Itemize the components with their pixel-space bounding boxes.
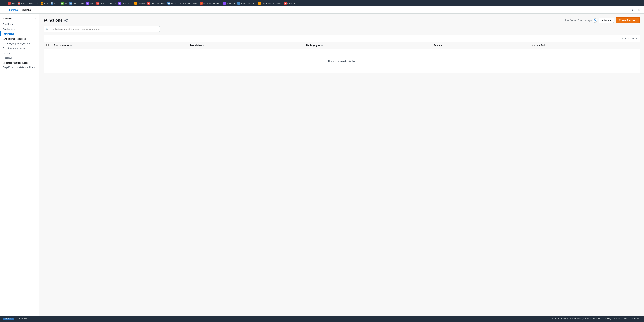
cloudwatch-icon: CW bbox=[284, 2, 287, 5]
page-header: Functions (0) Last fetched 0 seconds ago… bbox=[44, 17, 640, 23]
sidebar-item-functions[interactable]: Functions bbox=[0, 31, 39, 36]
nav-certmgr[interactable]: 🔒 Certificate Manager bbox=[199, 1, 222, 5]
cloudshell-button[interactable]: CloudShell bbox=[3, 318, 14, 320]
nav-ec2[interactable]: ⬡ EC2 bbox=[40, 1, 49, 5]
next-page-button[interactable]: › bbox=[627, 37, 630, 40]
bedrock-icon: B bbox=[237, 2, 240, 5]
main-layout: Lambda ‹ Dashboard Applications Function… bbox=[0, 13, 644, 316]
orgs-icon: 🏢 bbox=[18, 2, 20, 5]
cookie-link[interactable]: Cookie preferences bbox=[622, 318, 641, 320]
nav-bedrock[interactable]: B Amazon Bedrock bbox=[236, 1, 257, 5]
footer-left: CloudShell Feedback bbox=[3, 318, 27, 320]
col-package-type-divider bbox=[302, 42, 304, 49]
refresh-button[interactable]: ↻ bbox=[593, 18, 597, 22]
search-icon: 🔍 bbox=[46, 28, 48, 30]
create-function-button[interactable]: Create function bbox=[616, 17, 640, 23]
feedback-link[interactable]: Feedback bbox=[17, 318, 27, 320]
sidebar-item-code-signing[interactable]: Code signing configurations bbox=[0, 41, 39, 46]
sidebar-item-dashboard[interactable]: Dashboard bbox=[0, 22, 39, 27]
settings-button[interactable]: ⚙ bbox=[636, 7, 641, 12]
select-all-col bbox=[44, 42, 51, 49]
codedeploy-icon: CD bbox=[69, 2, 72, 5]
content-area: Functions (0) Last fetched 0 seconds ago… bbox=[39, 13, 644, 316]
info-button[interactable]: ℹ bbox=[630, 7, 635, 12]
sidebar-item-layers[interactable]: Layers bbox=[0, 50, 39, 55]
breadcrumb-separator: › bbox=[19, 8, 20, 11]
sidebar-item-applications[interactable]: Applications bbox=[0, 27, 39, 31]
current-page: 1 bbox=[625, 37, 626, 40]
lambda-icon: λ bbox=[134, 2, 137, 5]
terms-link[interactable]: Terms bbox=[614, 318, 620, 320]
sidebar-related-aws-header: ▾ Related AWS resources bbox=[0, 60, 39, 65]
col-description-divider bbox=[186, 42, 188, 49]
sidebar-item-step-functions[interactable]: Step Functions state machines bbox=[0, 65, 39, 70]
col-package-type[interactable]: Package type ▽ bbox=[304, 42, 430, 49]
col-function-name[interactable]: Function name ▽ bbox=[51, 42, 186, 49]
col-runtime[interactable]: Runtime ▽ bbox=[431, 42, 527, 49]
function-count: (0) bbox=[64, 19, 68, 22]
pagination: ‹ 1 › bbox=[621, 37, 630, 40]
sidebar: Lambda ‹ Dashboard Applications Function… bbox=[0, 13, 39, 316]
copyright-text: © 2024, Amazon Web Services, Inc. or its… bbox=[552, 318, 601, 320]
sidebar-item-event-source[interactable]: Event source mappings bbox=[0, 46, 39, 50]
footer: CloudShell Feedback © 2024, Amazon Web S… bbox=[0, 316, 644, 322]
nav-rds[interactable]: 🗄 RDS bbox=[50, 1, 60, 5]
vpc-icon: V bbox=[86, 2, 89, 5]
search-container: 🔍 bbox=[44, 26, 640, 32]
related-aws-label: Related AWS resources bbox=[4, 62, 28, 64]
sqs-icon: Q bbox=[258, 2, 261, 5]
sidebar-item-replicas[interactable]: Replicas bbox=[0, 55, 39, 60]
col-description[interactable]: Description ▽ bbox=[188, 42, 302, 49]
sidebar-header: Lambda ‹ bbox=[0, 13, 39, 22]
secondary-nav-right: ℹ ⚙ bbox=[630, 7, 641, 12]
page-title: Functions (0) bbox=[44, 18, 68, 23]
sort-icon-runtime: ▽ bbox=[444, 44, 445, 46]
prev-page-button[interactable]: ‹ bbox=[621, 37, 624, 40]
nav-cloudwatch[interactable]: CW CloudWatch bbox=[283, 1, 299, 5]
nav-orgs[interactable]: 🏢 AWS Organizations bbox=[16, 1, 39, 5]
nav-cloudformation[interactable]: CF CloudFormation bbox=[146, 1, 166, 5]
select-all-checkbox[interactable] bbox=[46, 44, 49, 46]
privacy-link[interactable]: Privacy bbox=[604, 318, 611, 320]
table-toolbar: ‹ 1 › ⚙ ▾ bbox=[44, 35, 640, 42]
nav-cloudfront[interactable]: CF CloudFront bbox=[117, 1, 132, 5]
sidebar-additional-resources-header: ▾ Additional resources bbox=[0, 36, 39, 41]
breadcrumb: Lambda › Functions bbox=[9, 8, 31, 11]
functions-table-container: ‹ 1 › ⚙ ▾ Function name ▽ bbox=[44, 35, 640, 73]
sysmgr-icon: SM bbox=[96, 2, 99, 5]
hamburger-button[interactable]: ☰ bbox=[3, 7, 8, 12]
cloudformation-icon: CF bbox=[147, 2, 150, 5]
nav-menu-icon[interactable]: ☰ bbox=[2, 1, 6, 5]
sort-icon-function-name: ▽ bbox=[70, 44, 72, 46]
sidebar-collapse-button[interactable]: ‹ bbox=[35, 16, 36, 20]
col-last-modified[interactable]: Last modified bbox=[528, 42, 640, 49]
sidebar-title: Lambda bbox=[3, 17, 13, 20]
s3-icon: S3 bbox=[61, 2, 64, 5]
section-arrow-icon: ▾ bbox=[3, 38, 4, 40]
nav-codedeploy[interactable]: CD CodeDeploy bbox=[68, 1, 85, 5]
nav-iam[interactable]: I IAM bbox=[7, 1, 16, 5]
nav-sqs[interactable]: Q Simple Queue Service bbox=[257, 1, 282, 5]
route53-icon: R bbox=[223, 2, 226, 5]
create-function-wrapper: Create function bbox=[616, 17, 640, 23]
nav-lambda[interactable]: λ Lambda bbox=[133, 1, 146, 5]
ec2-icon: ⬡ bbox=[40, 2, 44, 5]
table-header-row: Function name ▽ Description ▽ bbox=[44, 42, 640, 49]
actions-chevron-icon: ▾ bbox=[610, 19, 611, 22]
search-input[interactable] bbox=[44, 26, 160, 32]
table-settings-button[interactable]: ⚙ bbox=[631, 36, 635, 40]
nav-sysmgr[interactable]: SM Systems Manager bbox=[95, 1, 117, 5]
functions-table: Function name ▽ Description ▽ bbox=[44, 42, 640, 73]
actions-button[interactable]: Actions ▾ bbox=[599, 18, 614, 23]
page-title-group: Functions (0) bbox=[44, 18, 68, 23]
nav-vpc[interactable]: V VPC bbox=[85, 1, 95, 5]
breadcrumb-parent[interactable]: Lambda bbox=[9, 8, 18, 11]
nav-s3[interactable]: S3 S3 bbox=[60, 1, 68, 5]
breadcrumb-current: Functions bbox=[20, 8, 30, 11]
ses-icon: 📧 bbox=[168, 2, 170, 5]
no-data-row: There is no data to display. bbox=[44, 49, 640, 73]
expand-chevron-icon: ▾ bbox=[636, 37, 638, 40]
nav-ses[interactable]: 📧 Amazon Simple Email Service bbox=[166, 1, 198, 5]
sort-icon-package-type: ▽ bbox=[321, 44, 323, 46]
nav-route53[interactable]: R Route 53 bbox=[222, 1, 236, 5]
